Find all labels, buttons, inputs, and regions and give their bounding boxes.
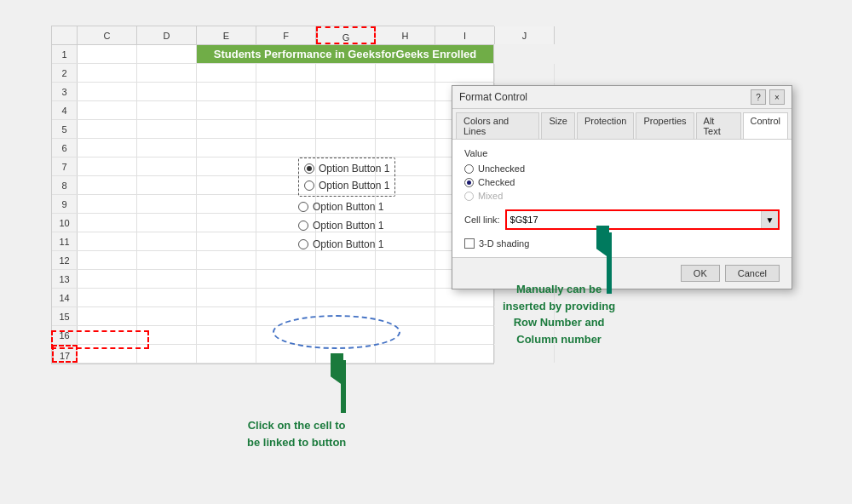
grid-row-17: 17 — [52, 345, 493, 364]
grid-row-12: 12 — [52, 251, 493, 270]
cancel-button[interactable]: Cancel — [725, 265, 780, 282]
option-button-label-1: Option Button 1 — [319, 163, 389, 175]
radio-unchecked-label: Unchecked — [478, 163, 525, 174]
option-buttons-area: Option Button 1 Option Button 1 Option B… — [298, 158, 395, 253]
option-button-group: Option Button 1 Option Button 1 — [298, 158, 395, 197]
row-num-1: 1 — [52, 45, 78, 63]
grid-row-3: 3 — [52, 83, 493, 101]
col-header-g: G — [316, 26, 376, 44]
bottom-annotation: Click on the cell to be linked to button — [247, 417, 346, 450]
cell-link-collapse-button[interactable]: ▼ — [761, 211, 778, 228]
3d-shading-label: 3-D shading — [479, 238, 529, 249]
grid-row-1: 1 Students Performance in GeeksforGeeks … — [52, 45, 493, 64]
corner-cell — [52, 26, 78, 44]
grid-row-9: 9 — [52, 195, 493, 214]
tab-control[interactable]: Control — [743, 112, 788, 139]
option-button-label-2: Option Button 1 — [319, 180, 389, 192]
spreadsheet: C D E F G H I J 1 Students Performance i… — [51, 26, 494, 364]
option-button-row-12[interactable]: Option Button 1 — [298, 217, 395, 234]
col-header-j: J — [495, 26, 555, 44]
cell-link-input[interactable] — [507, 213, 761, 226]
option-button-label-5: Option Button 1 — [313, 238, 383, 250]
option-button-row-11[interactable]: Option Button 1 — [298, 198, 395, 215]
col-header-h: H — [376, 26, 435, 44]
tab-properties[interactable]: Properties — [636, 112, 694, 139]
grid-row-4: 4 — [52, 101, 493, 120]
right-annotation: Manually can be inserted by providing Ro… — [503, 281, 615, 347]
right-annotation-line4: Column number — [516, 333, 602, 346]
right-annotation-line3: Row Number and — [514, 316, 605, 329]
grid-row-6: 6 — [52, 139, 493, 158]
col-header-i: I — [435, 26, 495, 44]
grid-row-5: 5 — [52, 120, 493, 139]
option-button-row-9[interactable]: Option Button 1 — [304, 160, 389, 177]
option-button-label-3: Option Button 1 — [313, 201, 383, 213]
cell-d1 — [137, 45, 197, 63]
grid-row-2: 2 — [52, 64, 493, 83]
dialog-titlebar: Format Control ? × — [452, 86, 792, 109]
bottom-annotation-line2: be linked to button — [247, 436, 346, 449]
tab-size[interactable]: Size — [541, 112, 574, 139]
right-annotation-line2: inserted by providing — [503, 300, 615, 312]
grid-row-15: 15 — [52, 307, 493, 326]
radio-button-2[interactable] — [304, 180, 314, 191]
grid-row-11: 11 — [52, 232, 493, 251]
cell-link-label: Cell link: — [464, 215, 500, 225]
radio-unchecked-option[interactable]: Unchecked — [464, 163, 780, 174]
grid-row-8: 8 — [52, 176, 493, 195]
radio-button-selected[interactable] — [304, 163, 314, 174]
radio-button-5[interactable] — [298, 239, 308, 249]
cell-link-row: Cell link: ▼ — [464, 209, 780, 230]
col-header-f: F — [256, 26, 316, 44]
col-header-c: C — [78, 26, 137, 44]
cell-link-oval — [273, 315, 400, 349]
dialog-help-button[interactable]: ? — [751, 89, 766, 105]
col-header-d: D — [137, 26, 197, 44]
bottom-arrow-svg — [331, 353, 356, 413]
option-button-row-10[interactable]: Option Button 1 — [304, 177, 389, 194]
tab-alt-text[interactable]: Alt Text — [696, 112, 741, 139]
option-button-row-13[interactable]: Option Button 1 — [298, 236, 395, 253]
dialog-tabs: Colors and Lines Size Protection Propert… — [452, 109, 792, 140]
tab-colors-and-lines[interactable]: Colors and Lines — [456, 112, 539, 139]
col-header-e: E — [197, 26, 256, 44]
dialog-close-button[interactable]: × — [769, 89, 785, 105]
dialog-content: Value Unchecked Checked Mixed Cell link:… — [452, 140, 792, 257]
radio-button-4[interactable] — [298, 220, 308, 231]
grid-row-10: 10 — [52, 214, 493, 232]
radio-unchecked-input[interactable] — [464, 164, 474, 174]
grid-row-14: 14 — [52, 289, 493, 307]
value-group-label: Value — [464, 148, 780, 158]
radio-checked-option[interactable]: Checked — [464, 177, 780, 187]
radio-mixed-option: Mixed — [464, 191, 780, 201]
dialog-window-controls: ? × — [751, 89, 785, 105]
spreadsheet-title: Students Performance in GeeksforGeeks En… — [197, 45, 493, 63]
grid-row-13: 13 — [52, 270, 493, 289]
3d-shading-checkbox[interactable] — [464, 238, 475, 249]
format-control-dialog: Format Control ? × Colors and Lines Size… — [452, 85, 792, 289]
ok-button[interactable]: OK — [681, 265, 720, 282]
grid-body: 1 Students Performance in GeeksforGeeks … — [52, 45, 493, 364]
tab-protection[interactable]: Protection — [577, 112, 635, 139]
column-headers: C D E F G H I J — [52, 26, 493, 45]
radio-checked-label: Checked — [478, 177, 515, 187]
3d-shading-row: 3-D shading — [464, 238, 780, 249]
option-button-label-4: Option Button 1 — [313, 220, 383, 232]
dialog-title: Format Control — [459, 91, 527, 103]
grid-row-7: 7 — [52, 158, 493, 176]
cell-link-input-wrapper: ▼ — [505, 209, 780, 230]
cell-c1 — [78, 45, 137, 63]
radio-button-3[interactable] — [298, 202, 308, 212]
radio-checked-input[interactable] — [464, 178, 474, 187]
radio-mixed-label: Mixed — [478, 191, 503, 201]
bottom-annotation-line1: Click on the cell to — [248, 419, 346, 432]
radio-mixed-input — [464, 192, 474, 201]
right-annotation-line1: Manually can be — [516, 283, 602, 295]
